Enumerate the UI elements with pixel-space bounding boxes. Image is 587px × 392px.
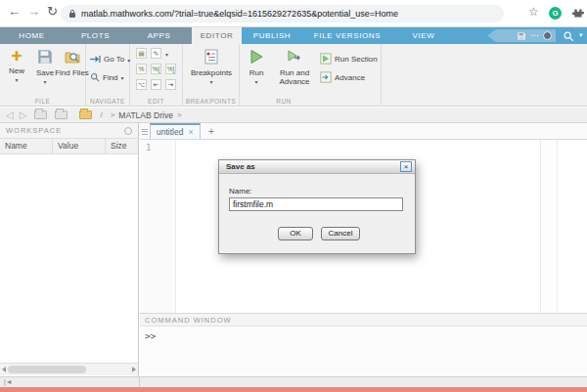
breadcrumb-forward-icon[interactable]: ▷ <box>20 109 27 120</box>
goto-label: Go To <box>104 55 124 64</box>
new-tab-icon[interactable]: + <box>208 125 214 137</box>
new-item-icon[interactable] <box>34 110 47 119</box>
indent-right-icon[interactable]: ⇥ <box>165 79 176 90</box>
run-label: Run <box>249 68 264 77</box>
quick-caret-icon[interactable]: ▾ <box>579 31 583 39</box>
ribbon-section-navigate: Go To ▾ Find ▾ NAVIGATE <box>86 44 130 107</box>
dialog-name-label: Name: <box>229 187 252 196</box>
breadcrumb-path-matlab-drive[interactable]: MATLAB Drive <box>118 110 173 120</box>
document-tab-title: untitled <box>157 127 183 137</box>
column-header-size[interactable]: Size <box>106 139 138 153</box>
run-triangle-icon <box>248 48 265 65</box>
uncomment-icon[interactable]: %] <box>165 64 176 74</box>
command-window-header[interactable]: COMMAND WINDOW <box>140 313 587 327</box>
tab-home[interactable]: HOME <box>0 27 64 44</box>
panel-menu-icon[interactable] <box>142 129 148 137</box>
quick-save-icon[interactable] <box>517 31 526 41</box>
cancel-button[interactable]: Cancel <box>321 227 360 240</box>
scroll-home-icon[interactable]: |◄ <box>4 378 13 385</box>
command-window-input-area[interactable]: >> <box>140 327 587 376</box>
new-button[interactable]: + New ▾ <box>4 48 29 83</box>
workspace-panel: WORKSPACE Name Value Size <box>0 123 139 376</box>
address-bar[interactable]: matlab.mathworks.com/?trial=true&elqsid=… <box>61 5 504 22</box>
quick-record-icon[interactable] <box>543 31 552 40</box>
breakpoints-icon <box>203 48 220 65</box>
breakpoints-caret-icon: ▾ <box>209 78 212 85</box>
breadcrumb-back-icon[interactable]: ◁ <box>6 109 14 120</box>
wrap-comment-icon[interactable]: ✎ <box>151 48 161 59</box>
section-label-file: FILE <box>0 98 85 105</box>
section-label-navigate: NAVIGATE <box>86 98 129 105</box>
browser-forward-icon[interactable]: → <box>27 4 40 19</box>
breadcrumb-root[interactable]: / <box>100 110 102 119</box>
goto-arrow-icon <box>90 55 101 64</box>
url-text: matlab.mathworks.com/?trial=true&elqsid=… <box>81 9 398 19</box>
extension-puzzle-icon[interactable] <box>571 7 584 20</box>
browser-reload-icon[interactable]: ↻ <box>47 4 58 19</box>
goto-button[interactable]: Go To ▾ <box>90 55 130 64</box>
tab-apps[interactable]: APPS <box>127 27 191 44</box>
editor-vertical-scrollbar[interactable] <box>540 140 558 313</box>
padlock-icon <box>68 9 76 19</box>
scrollbar-right-arrow-icon[interactable] <box>132 367 136 372</box>
find-magnifier-icon <box>90 72 100 82</box>
run-and-advance-label-2: Advance <box>279 77 309 86</box>
matlab-online-window: ← → ↻ matlab.mathworks.com/?trial=true&e… <box>0 0 587 392</box>
edit-caret-icon[interactable]: ▾ <box>165 51 168 58</box>
filename-input[interactable] <box>229 197 403 211</box>
current-folder-icon[interactable] <box>79 110 92 119</box>
breakpoints-button[interactable]: Breakpoints ▾ <box>186 48 237 85</box>
status-bar: |◄ <box>0 376 587 387</box>
save-button[interactable]: Save ▾ <box>32 48 58 85</box>
dialog-close-icon[interactable]: × <box>400 161 412 172</box>
tab-file-versions[interactable]: FILE VERSIONS <box>302 27 392 44</box>
insert-icon[interactable]: ▤ <box>136 48 147 59</box>
tab-view[interactable]: VIEW <box>392 27 455 44</box>
new-caret-icon: ▾ <box>15 76 18 83</box>
workspace-horizontal-scrollbar[interactable] <box>0 363 138 375</box>
workspace-variable-list[interactable] <box>0 154 138 363</box>
browser-toolbar: ← → ↻ matlab.mathworks.com/?trial=true&e… <box>0 0 587 27</box>
search-icon[interactable] <box>563 30 574 42</box>
run-section-button[interactable]: Run Section <box>320 53 378 65</box>
column-header-value[interactable]: Value <box>53 139 106 153</box>
ribbon-section-run: Run ▾ Run and Advance Run Section Advanc… <box>240 44 382 107</box>
editor-ribbon: + New ▾ Save ▾ Find Files FILE Go To ▾ <box>0 44 587 107</box>
smart-indent-icon[interactable]: ⌥ <box>136 79 147 90</box>
advance-button[interactable]: Advance <box>320 71 365 83</box>
save-floppy-icon <box>36 48 54 65</box>
comment-block-icon[interactable]: %{ <box>151 64 161 74</box>
tab-plots[interactable]: PLOTS <box>64 27 127 44</box>
grammarly-icon[interactable]: G <box>549 7 562 20</box>
save-caret-icon: ▾ <box>43 78 46 85</box>
scrollbar-left-arrow-icon[interactable] <box>2 367 6 372</box>
dialog-titlebar[interactable]: Save as × <box>219 160 415 174</box>
tab-close-icon[interactable]: × <box>188 127 193 137</box>
toolstrip-tabs-left: HOME PLOTS APPS <box>0 27 192 44</box>
ok-button[interactable]: OK <box>278 227 313 240</box>
new-plus-icon: + <box>12 48 23 64</box>
breadcrumb: ◁ ▷ / > MATLAB Drive > <box>0 108 587 123</box>
quick-more-icon[interactable]: ⋯ <box>530 29 539 42</box>
scrollbar-thumb[interactable] <box>8 366 86 373</box>
document-tab-untitled[interactable]: untitled × <box>150 123 201 139</box>
tab-editor-active[interactable]: EDITOR <box>192 27 242 44</box>
browser-back-icon[interactable]: ← <box>8 4 21 19</box>
indent-left-icon[interactable]: ⇤ <box>151 79 161 90</box>
run-and-advance-button[interactable]: Run and Advance <box>273 48 316 86</box>
comment-icon[interactable]: % <box>136 64 147 74</box>
upload-folder-icon[interactable] <box>55 110 68 119</box>
editor-gutter: 1 <box>140 140 176 313</box>
run-button[interactable]: Run ▾ <box>244 48 269 85</box>
workspace-header: WORKSPACE <box>0 123 138 139</box>
find-files-button[interactable]: Find Files <box>59 48 85 77</box>
editor-tab-strip: untitled × + <box>140 123 587 140</box>
tab-publish[interactable]: PUBLISH <box>242 27 302 44</box>
section-label-edit: EDIT <box>130 98 182 105</box>
column-header-name[interactable]: Name <box>0 139 53 153</box>
workspace-options-icon[interactable] <box>124 127 132 135</box>
ribbon-section-breakpoints: Breakpoints ▾ BREAKPOINTS <box>183 44 240 107</box>
toolstrip-tab-bar: HOME PLOTS APPS EDITOR PUBLISH FILE VERS… <box>0 27 587 44</box>
bookmark-star-icon[interactable]: ☆ <box>528 5 539 19</box>
find-button[interactable]: Find ▾ <box>90 72 124 82</box>
